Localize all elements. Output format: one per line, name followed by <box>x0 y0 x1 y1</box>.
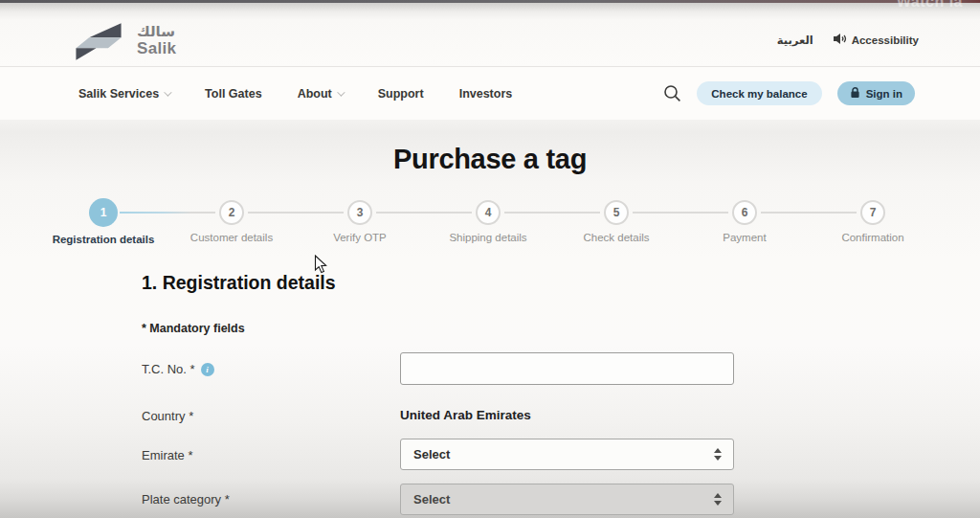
step-circle: 2 <box>219 200 244 225</box>
salik-logo-icon <box>69 18 128 64</box>
page-title: Purchase a tag <box>0 144 980 175</box>
step-shipping-details[interactable]: 4 Shipping details <box>424 198 552 245</box>
sign-in-button[interactable]: Sign in <box>837 81 915 105</box>
step-label: Customer details <box>190 232 273 243</box>
purchase-stepper: 1 Registration details 2 Customer detail… <box>39 198 937 248</box>
nav-item-label: About <box>298 87 332 101</box>
salik-logo-latin: Salik <box>137 40 176 57</box>
step-verify-otp[interactable]: 3 Verify OTP <box>296 198 424 245</box>
nav-item-label: Salik Services <box>78 87 159 101</box>
nav-actions: Check my balance Sign in <box>663 67 915 120</box>
lock-icon <box>850 86 860 101</box>
step-circle: 5 <box>604 200 629 225</box>
step-label: Confirmation <box>841 232 903 243</box>
chevron-down-icon <box>337 88 345 96</box>
nav-items: Salik Services Toll Gates About Support … <box>78 67 512 120</box>
salik-purchase-tag-page: Watch la سالك Salik العربية <box>0 0 980 518</box>
step-customer-details[interactable]: 2 Customer details <box>167 198 296 245</box>
step-label: Verify OTP <box>333 232 387 243</box>
step-registration-details[interactable]: 1 Registration details <box>39 198 167 245</box>
step-circle: 7 <box>860 200 885 225</box>
info-icon[interactable]: i <box>201 363 214 376</box>
tc-no-label-text: T.C. No. * <box>142 362 195 376</box>
emirate-label: Emirate * <box>142 448 192 462</box>
nav-item-label: Support <box>378 87 424 101</box>
nav-item-label: Investors <box>459 87 513 101</box>
check-my-balance-button[interactable]: Check my balance <box>697 81 821 105</box>
plate-category-select[interactable]: Select <box>400 484 734 515</box>
nav-item-support[interactable]: Support <box>378 87 424 101</box>
step-connector <box>633 212 728 214</box>
step-connector <box>248 212 344 214</box>
step-circle: 6 <box>732 200 757 225</box>
tc-no-input[interactable] <box>400 352 734 385</box>
step-circle: 3 <box>347 200 372 225</box>
speaker-icon <box>833 33 847 47</box>
nav-item-about[interactable]: About <box>298 87 343 101</box>
nav-item-toll-gates[interactable]: Toll Gates <box>205 87 262 101</box>
steps: 1 Registration details 2 Customer detail… <box>39 198 937 245</box>
search-icon[interactable] <box>663 84 681 102</box>
plate-category-label: Plate category * <box>142 492 230 507</box>
step-confirmation[interactable]: 7 Confirmation <box>809 198 937 245</box>
emirate-label-text: Emirate * <box>142 448 192 462</box>
step-connector <box>120 212 215 214</box>
section-heading: 1. Registration details <box>142 272 336 294</box>
step-connector <box>761 212 857 214</box>
step-label: Payment <box>723 232 766 243</box>
nav-item-investors[interactable]: Investors <box>459 87 513 101</box>
site-header: سالك Salik العربية Accessibility <box>0 3 980 67</box>
mandatory-fields-note: * Mandatory fields <box>142 322 245 335</box>
step-label: Check details <box>583 232 649 243</box>
country-label: Country * <box>142 409 193 423</box>
accessibility-label: Accessibility <box>852 34 919 46</box>
country-value: United Arab Emirates <box>400 408 531 422</box>
select-arrows-icon <box>714 448 722 461</box>
select-arrows-icon <box>714 493 722 506</box>
emirate-select[interactable]: Select <box>400 439 734 470</box>
step-connector <box>376 212 472 214</box>
step-payment[interactable]: 6 Payment <box>680 198 809 245</box>
header-utility: العربية Accessibility <box>777 33 919 47</box>
step-circle: 1 <box>89 198 118 227</box>
video-frame-top-edge <box>0 0 980 3</box>
watch-later-overlay-text: Watch la <box>897 0 963 11</box>
step-connector <box>504 212 600 214</box>
step-circle: 4 <box>476 200 501 225</box>
step-label: Registration details <box>53 234 155 245</box>
tc-no-label: T.C. No. * i <box>142 362 214 376</box>
mouse-cursor <box>314 255 328 279</box>
emirate-select-value: Select <box>413 447 450 462</box>
language-switch-link[interactable]: العربية <box>777 34 813 47</box>
salik-logo[interactable]: سالك Salik <box>69 18 176 64</box>
plate-category-label-text: Plate category * <box>142 492 230 507</box>
plate-category-select-value: Select <box>413 492 450 507</box>
step-check-details[interactable]: 5 Check details <box>552 198 680 245</box>
salik-logo-arabic: سالك <box>137 25 176 40</box>
chevron-down-icon <box>164 88 171 96</box>
sign-in-label: Sign in <box>866 88 902 100</box>
country-label-text: Country * <box>142 409 193 423</box>
nav-item-salik-services[interactable]: Salik Services <box>78 87 169 101</box>
accessibility-button[interactable]: Accessibility <box>833 33 919 47</box>
main-nav: Salik Services Toll Gates About Support … <box>0 67 980 120</box>
step-label: Shipping details <box>449 232 526 243</box>
salik-logo-text: سالك Salik <box>137 25 176 57</box>
nav-item-label: Toll Gates <box>205 87 262 101</box>
